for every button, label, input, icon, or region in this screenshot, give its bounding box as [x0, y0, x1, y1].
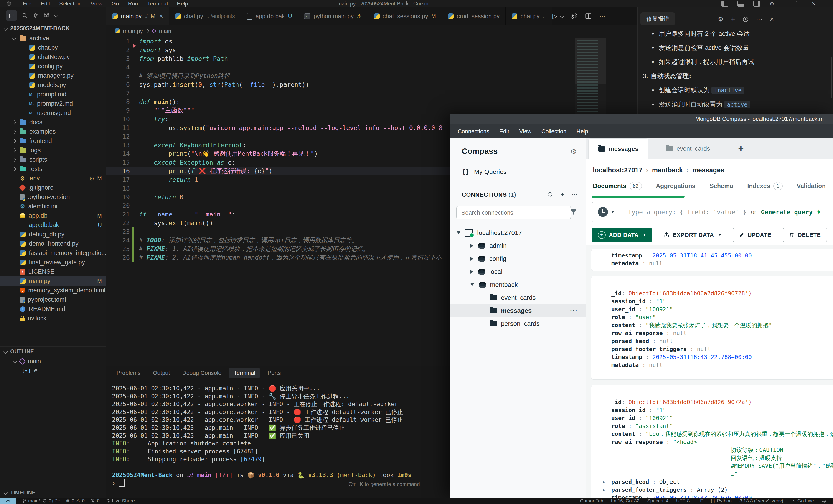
toggle-panel-icon[interactable] [737, 1, 744, 7]
compass-menu-view[interactable]: View [515, 126, 536, 137]
diff-icon[interactable] [571, 13, 577, 19]
panel-tab-output[interactable]: Output [148, 368, 175, 378]
document-card[interactable]: _id: ObjectId('683b4dca1b06a7d826f90728'… [591, 276, 833, 380]
explorer-item-tests[interactable]: tests [0, 164, 106, 174]
query-history-clock-icon[interactable] [598, 207, 608, 217]
explorer-item-memory-system-demo.html[interactable]: 5memory_system_demo.html [0, 286, 106, 295]
document-card[interactable]: timestamp : 2025-05-31T18:41:45.455+00:0… [591, 249, 833, 271]
git-branch-status[interactable]: main* 0↓ 2↑ [22, 498, 60, 504]
compass-tree-mentback[interactable]: mentback [450, 278, 586, 291]
add-data-button[interactable]: + ADD DATA [592, 227, 652, 242]
query-bar[interactable]: Type a query: { field: 'value' } or Gene… [592, 202, 833, 222]
status-utf-8[interactable]: UTF-8 [676, 498, 690, 504]
chat-more-icon[interactable]: ··· [756, 16, 762, 23]
split-editor-icon[interactable] [585, 13, 592, 19]
compass-tree-event-cards[interactable]: event_cards [450, 291, 586, 304]
explorer-item-.env[interactable]: ⚙.env⊘, M [0, 174, 106, 183]
run-dropdown-icon[interactable] [560, 14, 564, 18]
explorer-item-uv.lock[interactable]: uv.lock [0, 314, 106, 323]
subtab-aggregations[interactable]: Aggregations [656, 183, 695, 190]
tab-main.py[interactable]: main.py./M× [106, 7, 169, 25]
tab-chat-sessions.py[interactable]: chat_sessions.pyM [368, 7, 442, 25]
update-button[interactable]: UPDATE [733, 227, 778, 242]
notifications-bell-icon[interactable] [822, 498, 827, 503]
explorer-item-alembic.ini[interactable]: ⚙alembic.ini [0, 202, 106, 211]
explorer-item-promptv2.md[interactable]: M↓promptv2.md [0, 99, 106, 109]
chat-close-icon[interactable]: × [770, 15, 774, 23]
explorer-item-prompt.md[interactable]: M↓prompt.md [0, 90, 106, 99]
compass-breadcrumb-2[interactable]: messages [692, 166, 724, 174]
menu-edit[interactable]: Edit [37, 0, 54, 7]
explorer-item-models.py[interactable]: models.py [0, 80, 106, 90]
history-icon[interactable] [742, 16, 749, 23]
menu-selection[interactable]: Selection [55, 0, 85, 7]
menu-run[interactable]: Run [124, 0, 142, 7]
explorer-item-examples[interactable]: examples [0, 127, 106, 136]
remote-indicator[interactable]: >< [0, 498, 16, 504]
explorer-item-demo-frontend.py[interactable]: demo_frontend.py [0, 239, 106, 248]
subtab-documents[interactable]: Documents62 [593, 182, 642, 190]
explorer-item-config.py[interactable]: config.py [0, 62, 106, 71]
explorer-item-docs[interactable]: docs [0, 118, 106, 127]
tab-chat.py[interactable]: chat.py.. [506, 7, 552, 25]
compass-tree-person-cards[interactable]: person_cards [450, 317, 586, 330]
outline-item-e[interactable]: [⌁]e [0, 366, 106, 375]
compass-tree-localhost-27017[interactable]: localhost:27017 [450, 226, 586, 239]
problems-status[interactable]: ⊗ 0 ⚠ 0 [66, 498, 85, 504]
compass-tree-config[interactable]: config [450, 252, 586, 265]
compass-breadcrumb-0[interactable]: localhost:27017 [593, 166, 643, 174]
status-spaces-4[interactable]: Spaces: 4 [647, 498, 668, 504]
compass-menu-help[interactable]: Help [572, 126, 593, 137]
compass-breadcrumb[interactable]: localhost:27017›mentback›messages [593, 166, 724, 174]
compass-tree-messages[interactable]: messages··· [450, 304, 586, 317]
tab-chat.py[interactable]: chat.py.../endpoints [169, 7, 241, 25]
panel-tab-ports[interactable]: Ports [262, 368, 286, 378]
ports-status[interactable]: 0 [91, 498, 100, 504]
explorer-item-.gitignore[interactable]: .gitignore [0, 183, 106, 192]
explorer-item-usermsg.md[interactable]: M↓usermsg.md [0, 109, 106, 118]
breadcrumb-symbol[interactable]: main [159, 28, 171, 34]
status-python[interactable]: { }Python [711, 498, 732, 504]
chat-scrollbar[interactable] [831, 57, 832, 98]
source-control-icon[interactable] [33, 13, 39, 19]
menu-terminal[interactable]: Terminal [143, 0, 171, 7]
explorer-item-logs[interactable]: logs [0, 146, 106, 155]
connections-more-icon[interactable]: ··· [572, 191, 578, 198]
toggle-secondary-sidebar-icon[interactable] [753, 1, 760, 7]
explorer-item-.python-version[interactable]: .python-version [0, 192, 106, 202]
compass-menu-collection[interactable]: Collection [537, 126, 571, 137]
run-button[interactable]: ▷ [552, 13, 557, 20]
explorer-item-archive[interactable]: archive [0, 34, 106, 43]
chat-tab[interactable]: 修复报错 [640, 12, 675, 25]
more-actions-icon[interactable]: ··· [599, 13, 605, 20]
explorer-item-app.db[interactable]: app.dbM [0, 211, 106, 220]
menu-view[interactable]: View [87, 0, 106, 7]
explorer-item-chat.py[interactable]: chat.py [0, 43, 106, 52]
explorer-item-fastapi-memory-integratio...[interactable]: fastapi_memory_integratio... [0, 248, 106, 258]
compass-titlebar[interactable]: MongoDB Compass - localhost:27017/mentba… [450, 114, 833, 124]
collection-tab-messages[interactable]: messages [588, 138, 648, 159]
subtab-indexes[interactable]: Indexes1 [747, 182, 783, 190]
status-cursor-tab[interactable]: Cursor Tab [580, 498, 603, 504]
search-connections-input[interactable] [456, 206, 571, 219]
new-chat-icon[interactable]: + [731, 15, 735, 23]
extensions-icon[interactable] [44, 13, 50, 19]
explorer-item-managers.py[interactable]: managers.py [0, 71, 106, 80]
filter-icon[interactable] [570, 209, 577, 215]
live-share-button[interactable]: Live Share [105, 498, 135, 504]
close-button[interactable]: × [812, 0, 816, 7]
delete-button[interactable]: DELETE [783, 227, 827, 242]
status-3-13-3-venv-venv-[interactable]: 3.13.3 ('.venv': venv) [739, 498, 783, 504]
collection-tab-event_cards[interactable]: event_cards [649, 138, 727, 159]
tab-crud-session.py[interactable]: crud_session.py [442, 7, 506, 25]
chat-settings-gear-icon[interactable]: ⚙ [718, 16, 723, 23]
add-connection-icon[interactable]: + [561, 191, 564, 198]
restore-button[interactable] [791, 1, 797, 6]
explorer-item-main.py[interactable]: main.pyM [0, 277, 106, 286]
breadcrumb[interactable]: main.py main [106, 25, 646, 37]
outline-item-main[interactable]: main [0, 357, 106, 366]
subtab-validation[interactable]: Validation [797, 183, 826, 190]
tab-app.db.bak[interactable]: app.db.bakU [241, 7, 298, 25]
compass-menu-edit[interactable]: Edit [495, 126, 514, 137]
explorer-root[interactable]: 20250524MENT-BACK [0, 24, 106, 33]
